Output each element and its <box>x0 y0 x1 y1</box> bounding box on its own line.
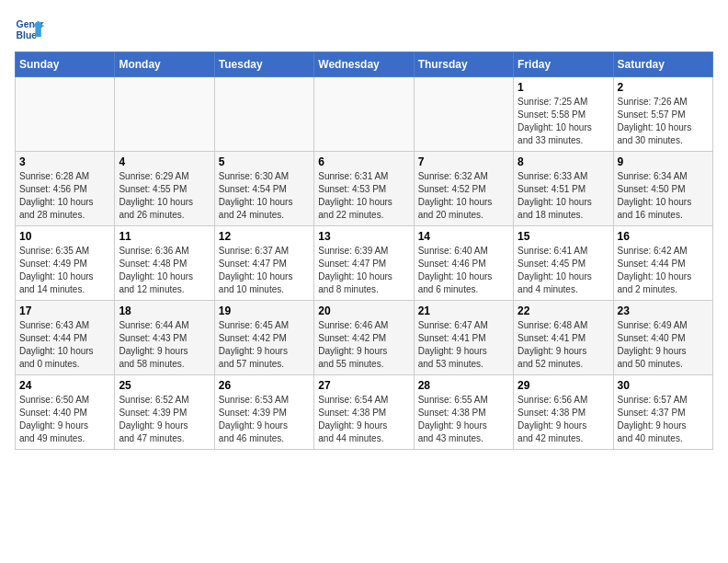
day-info: Sunrise: 6:52 AM Sunset: 4:39 PM Dayligh… <box>119 394 210 445</box>
weekday-header-row: SundayMondayTuesdayWednesdayThursdayFrid… <box>16 52 713 77</box>
day-info: Sunrise: 6:30 AM Sunset: 4:54 PM Dayligh… <box>219 170 310 222</box>
day-info: Sunrise: 6:57 AM Sunset: 4:37 PM Dayligh… <box>618 394 709 445</box>
day-info: Sunrise: 6:28 AM Sunset: 4:56 PM Dayligh… <box>19 170 110 222</box>
day-number: 21 <box>418 304 509 317</box>
calendar-cell: 24Sunrise: 6:50 AM Sunset: 4:40 PM Dayli… <box>16 375 115 450</box>
weekday-header-saturday: Saturday <box>613 52 712 77</box>
calendar-cell <box>214 77 313 152</box>
weekday-header-monday: Monday <box>115 52 214 77</box>
calendar-cell: 14Sunrise: 6:40 AM Sunset: 4:46 PM Dayli… <box>414 226 513 301</box>
week-row-2: 3Sunrise: 6:28 AM Sunset: 4:56 PM Daylig… <box>16 152 713 226</box>
calendar-cell: 16Sunrise: 6:42 AM Sunset: 4:44 PM Dayli… <box>613 226 712 301</box>
weekday-header-tuesday: Tuesday <box>214 52 313 77</box>
day-number: 26 <box>219 379 310 392</box>
day-info: Sunrise: 6:37 AM Sunset: 4:47 PM Dayligh… <box>219 245 310 296</box>
day-info: Sunrise: 6:46 AM Sunset: 4:42 PM Dayligh… <box>318 319 409 371</box>
calendar-cell: 17Sunrise: 6:43 AM Sunset: 4:44 PM Dayli… <box>16 301 115 375</box>
calendar-cell <box>314 77 414 152</box>
day-number: 29 <box>518 379 609 392</box>
calendar-cell: 4Sunrise: 6:29 AM Sunset: 4:55 PM Daylig… <box>115 152 214 226</box>
day-number: 14 <box>418 230 509 243</box>
calendar-cell <box>414 77 513 152</box>
calendar-cell: 2Sunrise: 7:26 AM Sunset: 5:57 PM Daylig… <box>613 77 712 152</box>
day-info: Sunrise: 6:48 AM Sunset: 4:41 PM Dayligh… <box>518 319 609 371</box>
day-info: Sunrise: 6:55 AM Sunset: 4:38 PM Dayligh… <box>418 394 509 445</box>
day-number: 24 <box>19 379 110 392</box>
day-info: Sunrise: 7:26 AM Sunset: 5:57 PM Dayligh… <box>618 96 709 147</box>
week-row-1: 1Sunrise: 7:25 AM Sunset: 5:58 PM Daylig… <box>16 77 713 152</box>
day-info: Sunrise: 6:41 AM Sunset: 4:45 PM Dayligh… <box>518 245 609 296</box>
calendar-cell: 5Sunrise: 6:30 AM Sunset: 4:54 PM Daylig… <box>214 152 313 226</box>
day-number: 30 <box>618 379 709 392</box>
day-info: Sunrise: 6:54 AM Sunset: 4:38 PM Dayligh… <box>318 394 409 445</box>
week-row-3: 10Sunrise: 6:35 AM Sunset: 4:49 PM Dayli… <box>16 226 713 301</box>
day-info: Sunrise: 6:35 AM Sunset: 4:49 PM Dayligh… <box>19 245 110 296</box>
day-number: 13 <box>318 230 409 243</box>
day-info: Sunrise: 6:47 AM Sunset: 4:41 PM Dayligh… <box>418 319 509 371</box>
day-number: 8 <box>518 155 609 168</box>
calendar-cell: 30Sunrise: 6:57 AM Sunset: 4:37 PM Dayli… <box>613 375 712 450</box>
day-number: 2 <box>618 81 709 94</box>
day-number: 20 <box>318 304 409 317</box>
day-number: 9 <box>618 155 709 168</box>
calendar-cell: 9Sunrise: 6:34 AM Sunset: 4:50 PM Daylig… <box>613 152 712 226</box>
day-number: 18 <box>119 304 210 317</box>
day-info: Sunrise: 6:56 AM Sunset: 4:38 PM Dayligh… <box>518 394 609 445</box>
calendar-cell: 13Sunrise: 6:39 AM Sunset: 4:47 PM Dayli… <box>314 226 414 301</box>
page-header: General Blue <box>15 15 713 44</box>
calendar-table: SundayMondayTuesdayWednesdayThursdayFrid… <box>15 52 713 450</box>
calendar-cell: 6Sunrise: 6:31 AM Sunset: 4:53 PM Daylig… <box>314 152 414 226</box>
logo: General Blue <box>15 15 44 44</box>
day-info: Sunrise: 6:49 AM Sunset: 4:40 PM Dayligh… <box>618 319 709 371</box>
day-info: Sunrise: 6:32 AM Sunset: 4:52 PM Dayligh… <box>418 170 509 222</box>
day-info: Sunrise: 6:36 AM Sunset: 4:48 PM Dayligh… <box>119 245 210 296</box>
calendar-cell: 23Sunrise: 6:49 AM Sunset: 4:40 PM Dayli… <box>613 301 712 375</box>
calendar-cell: 3Sunrise: 6:28 AM Sunset: 4:56 PM Daylig… <box>16 152 115 226</box>
day-number: 22 <box>518 304 609 317</box>
day-info: Sunrise: 6:43 AM Sunset: 4:44 PM Dayligh… <box>19 319 110 371</box>
calendar-cell: 26Sunrise: 6:53 AM Sunset: 4:39 PM Dayli… <box>214 375 313 450</box>
calendar-cell: 15Sunrise: 6:41 AM Sunset: 4:45 PM Dayli… <box>514 226 613 301</box>
weekday-header-friday: Friday <box>514 52 613 77</box>
calendar-cell: 1Sunrise: 7:25 AM Sunset: 5:58 PM Daylig… <box>514 77 613 152</box>
day-info: Sunrise: 6:31 AM Sunset: 4:53 PM Dayligh… <box>318 170 409 222</box>
day-number: 12 <box>219 230 310 243</box>
calendar-cell: 18Sunrise: 6:44 AM Sunset: 4:43 PM Dayli… <box>115 301 214 375</box>
calendar-cell: 20Sunrise: 6:46 AM Sunset: 4:42 PM Dayli… <box>314 301 414 375</box>
calendar-cell: 28Sunrise: 6:55 AM Sunset: 4:38 PM Dayli… <box>414 375 513 450</box>
day-info: Sunrise: 6:33 AM Sunset: 4:51 PM Dayligh… <box>518 170 609 222</box>
calendar-cell: 21Sunrise: 6:47 AM Sunset: 4:41 PM Dayli… <box>414 301 513 375</box>
day-number: 27 <box>318 379 409 392</box>
day-info: Sunrise: 6:44 AM Sunset: 4:43 PM Dayligh… <box>119 319 210 371</box>
svg-text:Blue: Blue <box>17 30 38 40</box>
day-info: Sunrise: 6:40 AM Sunset: 4:46 PM Dayligh… <box>418 245 509 296</box>
weekday-header-wednesday: Wednesday <box>314 52 414 77</box>
day-number: 23 <box>618 304 709 317</box>
calendar-cell: 22Sunrise: 6:48 AM Sunset: 4:41 PM Dayli… <box>514 301 613 375</box>
day-info: Sunrise: 6:29 AM Sunset: 4:55 PM Dayligh… <box>119 170 210 222</box>
day-number: 7 <box>418 155 509 168</box>
day-number: 10 <box>19 230 110 243</box>
weekday-header-thursday: Thursday <box>414 52 513 77</box>
calendar-cell <box>16 77 115 152</box>
calendar-cell <box>115 77 214 152</box>
calendar-cell: 8Sunrise: 6:33 AM Sunset: 4:51 PM Daylig… <box>514 152 613 226</box>
calendar-cell: 12Sunrise: 6:37 AM Sunset: 4:47 PM Dayli… <box>214 226 313 301</box>
day-number: 3 <box>19 155 110 168</box>
calendar-cell: 10Sunrise: 6:35 AM Sunset: 4:49 PM Dayli… <box>16 226 115 301</box>
day-number: 17 <box>19 304 110 317</box>
day-number: 15 <box>518 230 609 243</box>
calendar-cell: 27Sunrise: 6:54 AM Sunset: 4:38 PM Dayli… <box>314 375 414 450</box>
calendar-cell: 7Sunrise: 6:32 AM Sunset: 4:52 PM Daylig… <box>414 152 513 226</box>
week-row-4: 17Sunrise: 6:43 AM Sunset: 4:44 PM Dayli… <box>16 301 713 375</box>
day-number: 28 <box>418 379 509 392</box>
calendar-cell: 19Sunrise: 6:45 AM Sunset: 4:42 PM Dayli… <box>214 301 313 375</box>
day-number: 25 <box>119 379 210 392</box>
day-info: Sunrise: 6:42 AM Sunset: 4:44 PM Dayligh… <box>618 245 709 296</box>
day-info: Sunrise: 7:25 AM Sunset: 5:58 PM Dayligh… <box>518 96 609 147</box>
day-info: Sunrise: 6:34 AM Sunset: 4:50 PM Dayligh… <box>618 170 709 222</box>
day-number: 5 <box>219 155 310 168</box>
weekday-header-sunday: Sunday <box>16 52 115 77</box>
day-number: 11 <box>119 230 210 243</box>
day-number: 19 <box>219 304 310 317</box>
